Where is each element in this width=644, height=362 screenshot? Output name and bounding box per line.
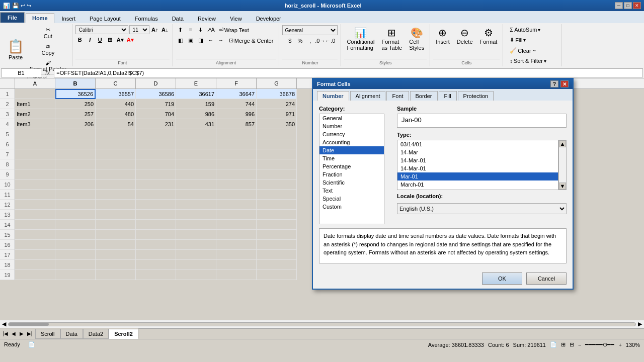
tab-page-layout[interactable]: Page Layout — [83, 14, 127, 23]
col-header-C[interactable]: C — [96, 78, 136, 88]
category-list[interactable]: General Number Currency Accounting Date … — [319, 114, 384, 224]
font-color-button[interactable]: A▾ — [126, 35, 135, 44]
increase-decimal-button[interactable]: .0→ — [315, 36, 325, 45]
cell-D3[interactable]: 704 — [136, 109, 176, 119]
tab-nav-next[interactable]: ▶ — [18, 330, 25, 337]
cell-A1[interactable] — [15, 89, 55, 99]
indent-increase-button[interactable]: → — [216, 36, 225, 45]
border-button[interactable]: ⊞ — [106, 35, 115, 44]
view-break-icon[interactable]: ⊟ — [570, 341, 574, 348]
dialog-tab-fill[interactable]: Fill — [439, 91, 457, 101]
tab-review[interactable]: Review — [191, 14, 222, 23]
conditional-formatting-button[interactable]: 📊 ConditionalFormatting — [344, 25, 377, 52]
cell-B4[interactable]: 206 — [55, 119, 96, 129]
ok-button[interactable]: OK — [482, 273, 522, 285]
sheet-tab-data2[interactable]: Data2 — [83, 329, 109, 339]
autosum-button[interactable]: Σ AutoSum▾ — [506, 25, 557, 34]
delete-button[interactable]: ⊖ Delete — [454, 25, 475, 46]
scroll-left-button[interactable]: ◀ — [0, 321, 8, 327]
number-format-select[interactable]: General — [282, 25, 338, 35]
col-header-B[interactable]: B — [55, 78, 96, 88]
cell-B3[interactable]: 257 — [55, 109, 96, 119]
merge-center-button[interactable]: ⊡ Merge & Center — [226, 36, 276, 45]
dialog-help-button[interactable]: ? — [550, 80, 558, 87]
name-box[interactable] — [1, 68, 41, 77]
scroll-track-vert[interactable] — [559, 147, 566, 183]
indent-decrease-button[interactable]: ← — [206, 36, 215, 45]
dialog-tab-font[interactable]: Font — [386, 91, 409, 101]
format-as-table-button[interactable]: ⊞ Formatas Table — [379, 25, 405, 52]
cell-C1[interactable]: 36557 — [96, 89, 136, 99]
minimize-button[interactable]: ─ — [615, 2, 623, 9]
cell-G2[interactable]: 274 — [257, 99, 297, 109]
list-item[interactable]: Text — [319, 187, 384, 195]
dialog-tab-border[interactable]: Border — [410, 91, 438, 101]
list-item[interactable]: Time — [319, 154, 384, 162]
tab-file[interactable]: File — [0, 12, 25, 23]
cell-D2[interactable]: 719 — [136, 99, 176, 109]
cell-E2[interactable]: 159 — [176, 99, 216, 109]
cell-B1[interactable]: 36526 — [55, 89, 96, 99]
tab-nav-prev[interactable]: ◀ — [10, 330, 17, 337]
zoom-out-button[interactable]: − — [578, 342, 581, 348]
close-button[interactable]: ✕ — [633, 2, 641, 9]
list-item[interactable]: March-01 — [397, 180, 558, 189]
list-item[interactable]: Date — [319, 146, 384, 154]
tab-nav-last[interactable]: ▶| — [26, 330, 33, 337]
col-header-A[interactable]: A — [15, 78, 55, 88]
scroll-right-button[interactable]: ▶ — [636, 321, 644, 327]
comma-button[interactable]: , — [305, 36, 314, 45]
copy-button[interactable]: ⧉ Copy — [27, 42, 69, 57]
grow-font-icon[interactable]: A↑ — [150, 25, 159, 34]
list-item[interactable]: March 14, 2001 — [397, 189, 558, 190]
align-right-button[interactable]: ◨ — [196, 36, 205, 45]
list-item[interactable]: Custom — [319, 203, 384, 211]
tab-nav-first[interactable]: |◀ — [2, 330, 9, 337]
col-header-G[interactable]: G — [257, 78, 297, 88]
maximize-button[interactable]: □ — [624, 2, 632, 9]
scroll-thumb[interactable] — [9, 323, 49, 326]
list-item[interactable]: Currency — [319, 130, 384, 138]
cell-C3[interactable]: 480 — [96, 109, 136, 119]
view-normal-icon[interactable]: 📄 — [550, 341, 557, 348]
locale-select[interactable]: English (U.S.) — [397, 203, 567, 214]
tab-home[interactable]: Home — [26, 13, 54, 23]
cell-E4[interactable]: 431 — [176, 119, 216, 129]
scroll-down-button[interactable]: ▼ — [559, 183, 566, 190]
font-size-select[interactable]: 11 — [129, 25, 149, 34]
sheet-tab-scroll2[interactable]: Scroll2 — [109, 329, 138, 339]
cell-G4[interactable]: 350 — [257, 119, 297, 129]
list-item[interactable]: 14-Mar-01 — [397, 156, 558, 164]
list-item[interactable]: General — [319, 114, 384, 122]
scroll-track[interactable] — [8, 322, 636, 326]
cell-G1[interactable]: 36678 — [257, 89, 297, 99]
cell-C2[interactable]: 440 — [96, 99, 136, 109]
align-left-button[interactable]: ◧ — [176, 36, 185, 45]
cell-B2[interactable]: 250 — [55, 99, 96, 109]
tab-developer[interactable]: Developer — [250, 14, 288, 23]
tab-insert[interactable]: Insert — [55, 14, 83, 23]
dialog-tab-number[interactable]: Number — [317, 91, 349, 101]
orientation-button[interactable]: ↗A — [206, 25, 215, 34]
cell-F4[interactable]: 857 — [216, 119, 257, 129]
sheet-tab-scroll[interactable]: Scroll — [35, 329, 60, 339]
cell-D1[interactable]: 36586 — [136, 89, 176, 99]
tab-data[interactable]: Data — [166, 14, 190, 23]
list-item[interactable]: Special — [319, 195, 384, 203]
accounting-button[interactable]: $ — [285, 36, 294, 45]
shrink-font-icon[interactable]: A↓ — [160, 25, 170, 34]
formula-input[interactable] — [54, 68, 643, 77]
cell-F1[interactable]: 36647 — [216, 89, 257, 99]
align-middle-button[interactable]: ≡ — [186, 25, 195, 34]
list-item[interactable]: 14-Mar — [397, 148, 558, 156]
italic-button[interactable]: I — [86, 35, 95, 44]
list-item[interactable]: Percentage — [319, 162, 384, 170]
align-bottom-button[interactable]: ⬇ — [196, 25, 205, 34]
wrap-text-button[interactable]: ⏎ Wrap Text — [216, 25, 252, 35]
cell-A3[interactable]: Item2 — [15, 109, 55, 119]
font-name-select[interactable]: Calibri — [75, 25, 128, 34]
col-header-F[interactable]: F — [216, 78, 257, 88]
cell-G3[interactable]: 971 — [257, 109, 297, 119]
paste-button[interactable]: 📋 Paste — [5, 37, 26, 62]
cell-C4[interactable]: 54 — [96, 119, 136, 129]
